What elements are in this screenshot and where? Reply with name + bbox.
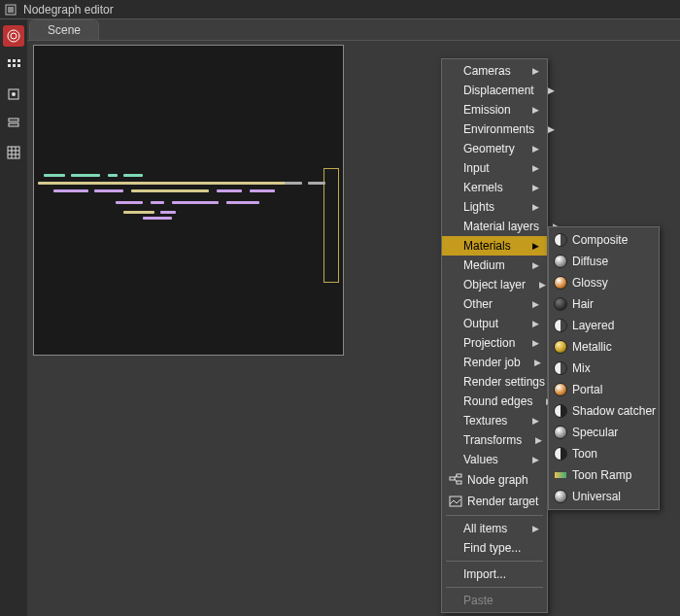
submenu-item[interactable]: Toon Ramp	[549, 464, 659, 486]
menu-item[interactable]: Displacement▶	[442, 81, 547, 100]
node-line	[38, 182, 300, 185]
menu-item[interactable]: Medium▶	[442, 256, 547, 275]
chevron-right-icon: ▶	[532, 241, 539, 251]
left-toolbar	[0, 19, 27, 616]
node-line	[44, 174, 65, 177]
menu-item-label: Textures	[463, 414, 519, 428]
chevron-right-icon: ▶	[532, 183, 539, 192]
submenu-item[interactable]: Diffuse	[549, 251, 659, 272]
menu-item[interactable]: Render settings▶	[442, 372, 547, 392]
node-line	[131, 189, 209, 192]
material-ball-icon	[553, 360, 568, 376]
svg-rect-4	[8, 59, 11, 62]
menu-item[interactable]: Round edges▶	[442, 392, 547, 411]
node-line	[217, 189, 242, 192]
submenu-item-label: Hair	[572, 297, 651, 311]
menu-item[interactable]: Other▶	[442, 294, 547, 314]
tab-strip: Scene	[0, 19, 680, 41]
menu-item[interactable]: Cameras▶	[442, 61, 547, 81]
node-line	[308, 182, 325, 185]
submenu-item[interactable]: Layered	[549, 315, 659, 336]
material-ball-icon	[553, 382, 568, 397]
menu-item-label: All items	[463, 522, 519, 535]
menu-item[interactable]: Projection▶	[442, 333, 547, 353]
menu-item[interactable]: Geometry▶	[442, 139, 547, 158]
submenu-item[interactable]: Composite	[549, 229, 659, 251]
menu-item[interactable]: Textures▶	[442, 411, 547, 430]
menu-item[interactable]: Output▶	[442, 314, 547, 333]
submenu-item[interactable]: Specular	[549, 422, 659, 443]
material-ball-icon	[553, 232, 568, 248]
menu-item[interactable]: Import...	[442, 565, 547, 584]
submenu-item[interactable]: Toon	[549, 443, 659, 464]
submenu-item[interactable]: Portal	[549, 379, 659, 400]
node-line	[160, 211, 176, 214]
tool-icon-table[interactable]	[3, 142, 24, 163]
svg-rect-19	[450, 477, 455, 480]
menu-item[interactable]: Values▶	[442, 450, 547, 469]
chevron-right-icon: ▶	[548, 86, 555, 95]
menu-item-label: Transforms	[463, 433, 522, 447]
menu-item-label: Values	[463, 453, 519, 466]
tool-icon-swirl[interactable]	[3, 25, 24, 47]
menu-item-label: Geometry	[463, 142, 519, 155]
submenu-item-label: Universal	[572, 490, 651, 503]
chevron-right-icon: ▶	[535, 435, 542, 445]
menu-item-label: Medium	[463, 258, 519, 272]
menu-item[interactable]: Find type...	[442, 538, 547, 558]
menu-item-label: Render job	[463, 356, 521, 369]
material-ball-icon	[553, 254, 568, 269]
menu-item[interactable]: Render job▶	[442, 353, 547, 372]
menu-item[interactable]: Lights▶	[442, 197, 547, 217]
menu-item-label: Node graph	[467, 473, 539, 487]
submenu-item-label: Diffuse	[572, 255, 651, 268]
svg-rect-24	[450, 496, 461, 506]
svg-rect-1	[8, 7, 14, 13]
menu-item[interactable]: Node graph	[442, 469, 547, 491]
menu-item[interactable]: Object layer▶	[442, 275, 547, 294]
tool-icon-node[interactable]	[3, 84, 24, 105]
chevron-right-icon: ▶	[532, 260, 539, 270]
submenu-item[interactable]: Shadow catcher	[549, 400, 659, 422]
menu-item[interactable]: Emission▶	[442, 100, 547, 120]
submenu-item[interactable]: Universal	[549, 486, 659, 507]
menu-item[interactable]: All items▶	[442, 519, 547, 538]
chevron-right-icon: ▶	[532, 299, 539, 309]
menu-item[interactable]: Transforms▶	[442, 430, 547, 450]
app-icon	[4, 3, 17, 17]
menu-item-label: Object layer	[463, 278, 526, 291]
menu-item: Paste	[442, 591, 547, 610]
chevron-right-icon: ▶	[532, 202, 539, 212]
submenu-item[interactable]: Hair	[549, 293, 659, 315]
menu-item[interactable]: Materials▶	[442, 236, 547, 256]
menu-item-label: Displacement	[463, 84, 534, 97]
menu-item[interactable]: Kernels▶	[442, 178, 547, 197]
svg-point-3	[11, 33, 17, 39]
submenu-item[interactable]: Mix	[549, 358, 659, 379]
chevron-right-icon: ▶	[532, 319, 539, 328]
tool-icon-grid-3[interactable]	[3, 54, 24, 76]
menu-item-label: Lights	[463, 200, 519, 214]
menu-item[interactable]: Input▶	[442, 158, 547, 178]
menu-item-label: Render settings	[463, 375, 545, 389]
node-line	[53, 189, 88, 192]
chevron-right-icon: ▶	[532, 144, 539, 154]
node-line	[172, 201, 219, 204]
menu-item-label: Find type...	[463, 541, 539, 555]
svg-rect-8	[13, 64, 16, 67]
submenu-item[interactable]: Metallic	[549, 336, 659, 358]
menu-item-label: Emission	[463, 103, 519, 117]
nodegraph-viewport[interactable]	[33, 45, 344, 356]
titlebar: Nodegraph editor	[0, 0, 680, 19]
material-ball-icon	[553, 446, 568, 462]
tab-scene[interactable]: Scene	[29, 19, 99, 40]
menu-item[interactable]: Environments▶	[442, 120, 547, 139]
material-ball-icon	[553, 318, 568, 333]
menu-item[interactable]: Render target	[442, 491, 547, 512]
submenu-item[interactable]: Glossy	[549, 272, 659, 293]
menu-item-label: Paste	[463, 594, 539, 607]
svg-rect-20	[457, 474, 461, 477]
tool-icon-stack[interactable]	[3, 113, 24, 134]
menu-item[interactable]: Material layers▶	[442, 217, 547, 236]
node-line	[123, 211, 154, 214]
